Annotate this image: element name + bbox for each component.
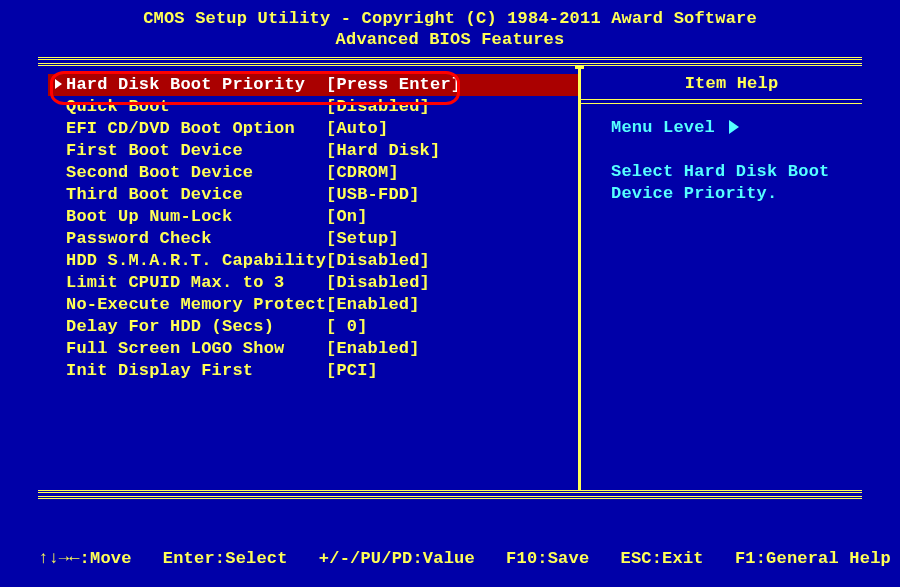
settings-label: Quick Boot	[66, 97, 326, 116]
help-text: Select Hard Disk Boot Device Priority.	[611, 161, 852, 205]
settings-label: No-Execute Memory Protect	[66, 295, 326, 314]
bios-screen: CMOS Setup Utility - Copyright (C) 1984-…	[0, 0, 900, 587]
settings-label: Password Check	[66, 229, 326, 248]
settings-row[interactable]: Hard Disk Boot Priority[Press Enter]	[48, 74, 578, 96]
panels: Hard Disk Boot Priority[Press Enter]Quic…	[38, 66, 862, 490]
settings-row[interactable]: Quick Boot[Disabled]	[48, 96, 578, 118]
settings-row[interactable]: HDD S.M.A.R.T. Capability[Disabled]	[48, 250, 578, 272]
footer-hints: ↑↓→←:Move Enter:Select +/-/PU/PD:Value F…	[0, 499, 900, 588]
header: CMOS Setup Utility - Copyright (C) 1984-…	[0, 8, 900, 51]
help-title: Item Help	[611, 74, 852, 93]
settings-label: Third Boot Device	[66, 185, 326, 204]
settings-label: Init Display First	[66, 361, 326, 380]
settings-row[interactable]: Third Boot Device[USB-FDD]	[48, 184, 578, 206]
settings-value[interactable]: [Press Enter]	[326, 75, 461, 94]
settings-value[interactable]: [CDROM]	[326, 163, 399, 182]
footer-line-1: ↑↓→←:Move Enter:Select +/-/PU/PD:Value F…	[38, 548, 862, 571]
menu-level-label: Menu Level	[611, 118, 715, 137]
settings-label: Delay For HDD (Secs)	[66, 317, 326, 336]
settings-label: Boot Up Num-Lock	[66, 207, 326, 226]
help-separator	[581, 99, 862, 104]
header-title: CMOS Setup Utility - Copyright (C) 1984-…	[0, 8, 900, 29]
settings-value[interactable]: [Setup]	[326, 229, 399, 248]
settings-row[interactable]: Limit CPUID Max. to 3[Disabled]	[48, 272, 578, 294]
settings-row[interactable]: EFI CD/DVD Boot Option[Auto]	[48, 118, 578, 140]
settings-list[interactable]: Hard Disk Boot Priority[Press Enter]Quic…	[38, 66, 578, 490]
settings-row[interactable]: No-Execute Memory Protect[Enabled]	[48, 294, 578, 316]
cursor-indicator	[48, 75, 66, 94]
settings-label: Limit CPUID Max. to 3	[66, 273, 326, 292]
help-panel: Item Help Menu Level Select Hard Disk Bo…	[581, 66, 862, 490]
settings-row[interactable]: First Boot Device[Hard Disk]	[48, 140, 578, 162]
menu-level: Menu Level	[611, 118, 852, 137]
settings-value[interactable]: [Enabled]	[326, 339, 420, 358]
settings-value[interactable]: [USB-FDD]	[326, 185, 420, 204]
settings-value[interactable]: [Disabled]	[326, 273, 430, 292]
settings-value[interactable]: [Hard Disk]	[326, 141, 440, 160]
settings-row[interactable]: Init Display First[PCI]	[48, 360, 578, 382]
settings-label: First Boot Device	[66, 141, 326, 160]
settings-value[interactable]: [ 0]	[326, 317, 368, 336]
triangle-right-icon	[55, 79, 62, 89]
header-subtitle: Advanced BIOS Features	[0, 29, 900, 50]
settings-value[interactable]: [Auto]	[326, 119, 388, 138]
settings-value[interactable]: [Disabled]	[326, 251, 430, 270]
settings-value[interactable]: [On]	[326, 207, 368, 226]
settings-label: Full Screen LOGO Show	[66, 339, 326, 358]
settings-label: EFI CD/DVD Boot Option	[66, 119, 326, 138]
settings-row[interactable]: Boot Up Num-Lock[On]	[48, 206, 578, 228]
settings-row[interactable]: Password Check[Setup]	[48, 228, 578, 250]
separator-top	[38, 57, 862, 66]
settings-row[interactable]: Full Screen LOGO Show[Enabled]	[48, 338, 578, 360]
separator-bottom	[38, 490, 862, 499]
settings-label: HDD S.M.A.R.T. Capability	[66, 251, 326, 270]
triangle-right-icon	[729, 120, 739, 134]
settings-value[interactable]: [PCI]	[326, 361, 378, 380]
settings-label: Second Boot Device	[66, 163, 326, 182]
settings-value[interactable]: [Disabled]	[326, 97, 430, 116]
settings-row[interactable]: Second Boot Device[CDROM]	[48, 162, 578, 184]
settings-value[interactable]: [Enabled]	[326, 295, 420, 314]
vertical-separator	[578, 66, 581, 490]
settings-row[interactable]: Delay For HDD (Secs)[ 0]	[48, 316, 578, 338]
settings-label: Hard Disk Boot Priority	[66, 75, 326, 94]
